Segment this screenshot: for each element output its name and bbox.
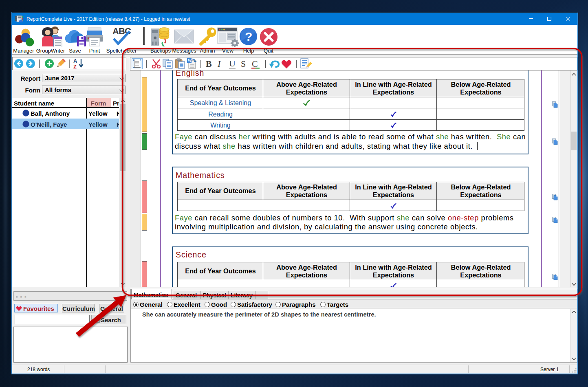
svg-text:W: W [188,59,192,63]
svg-text:A: A [73,58,77,64]
svg-text:?: ? [245,30,252,43]
svg-text:Z: Z [73,64,77,70]
